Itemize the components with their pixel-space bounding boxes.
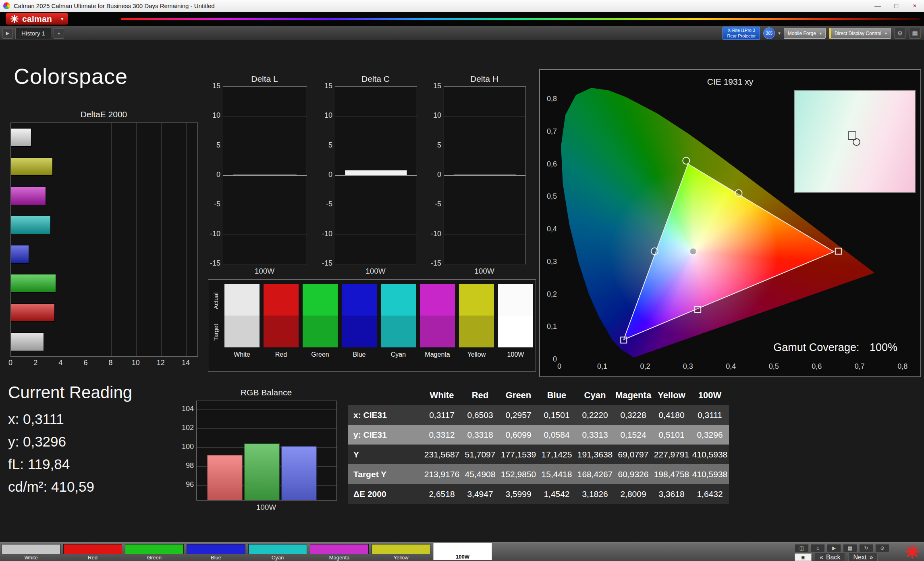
deltae-bar-yellow xyxy=(11,158,53,176)
report-button[interactable]: ▤ xyxy=(843,544,857,552)
current-reading-heading: Current Reading xyxy=(8,383,132,402)
table-cell: 2,6518 xyxy=(423,484,461,504)
table-row: y: CIE310,33120,33180,60990,05840,33130,… xyxy=(348,425,729,445)
axis-tick-label: -15 xyxy=(322,259,332,268)
gridline xyxy=(335,116,417,116)
tab-history-1[interactable]: History 1 xyxy=(15,28,51,39)
next-icon: » xyxy=(869,554,873,561)
swatch-actual-red xyxy=(264,284,299,316)
table-cell: 231,5687 xyxy=(423,445,461,464)
axis-tick-label: 5 xyxy=(437,141,441,150)
pattern-buttons: WhiteRedGreenBlueCyanMagentaYellow100W xyxy=(2,542,492,561)
table-row: Target Y213,917645,4908152,985015,441816… xyxy=(348,464,729,484)
next-button[interactable]: Next » xyxy=(848,553,878,561)
app-icon xyxy=(3,2,10,9)
pattern-button-red[interactable]: Red xyxy=(63,544,122,561)
gridline xyxy=(444,146,525,146)
logo-bar: calman ▾ xyxy=(0,12,924,26)
row-label: Y xyxy=(348,445,423,464)
green-swatch xyxy=(125,544,184,554)
table-cell: 410,5938 xyxy=(691,464,729,484)
source-selector-button[interactable]: Mobile Forge ▾ xyxy=(784,28,826,39)
axis-tick-label: 10 xyxy=(433,111,441,120)
pattern-button-yellow[interactable]: Yellow xyxy=(372,544,430,561)
settings-button[interactable]: ⚙ xyxy=(894,28,906,39)
minimize-button[interactable]: — xyxy=(868,0,887,12)
deltae-bar-100w xyxy=(11,128,31,147)
delta-l-x-label: 100W xyxy=(223,267,306,276)
pattern-button-100w[interactable]: 100W xyxy=(433,543,492,560)
license-badge[interactable]: 365 xyxy=(763,27,775,39)
swatch-column-blue: Blue xyxy=(342,284,377,362)
table-cell: 0,3111 xyxy=(691,405,729,425)
delta-h-chart-title: Delta H xyxy=(444,74,525,84)
refresh-button[interactable]: ↻ xyxy=(859,544,873,552)
table-cell: 177,1539 xyxy=(499,445,538,464)
display-control-button[interactable]: Direct Display Control ▾ xyxy=(829,28,891,39)
meter-selector-button[interactable]: X-Rite i1Pro 3 Rear Projector xyxy=(723,27,760,39)
axis-tick-label: 98 xyxy=(186,461,194,470)
logo-dropdown-icon[interactable]: ▾ xyxy=(57,16,63,22)
table-header-cell xyxy=(348,385,423,405)
layout-button[interactable]: ▤ xyxy=(909,28,921,39)
close-button[interactable]: × xyxy=(905,0,924,12)
maximize-button[interactable]: □ xyxy=(887,0,905,12)
play-button[interactable]: ▶ xyxy=(827,544,841,552)
cie-point-blue xyxy=(621,337,627,343)
add-tab-button[interactable]: + xyxy=(54,28,64,39)
table-cell: 191,3638 xyxy=(576,445,614,464)
swatch-target-yellow xyxy=(459,316,494,347)
gridline xyxy=(223,235,307,235)
row-label: x: CIE31 xyxy=(348,405,423,425)
cie-point-cyan xyxy=(651,248,658,255)
gridline xyxy=(444,116,525,116)
delta-h-y-axis: 151050-5-10-15 xyxy=(423,86,441,264)
row-label: y: CIE31 xyxy=(348,425,423,445)
calman-logo-button[interactable]: calman ▾ xyxy=(6,13,68,25)
swatch-label: White xyxy=(224,347,260,362)
axis-tick-label: 0,7 xyxy=(855,362,865,371)
power-button[interactable]: ⊙ xyxy=(875,544,889,552)
pattern-button-cyan[interactable]: Cyan xyxy=(248,544,307,561)
gridline xyxy=(61,123,61,356)
gridline xyxy=(444,205,525,205)
axis-tick-label: 8 xyxy=(109,359,113,367)
table-header-cell: Cyan xyxy=(576,385,614,405)
table-header-cell: Yellow xyxy=(652,385,691,405)
swatch-target-cyan xyxy=(381,316,416,347)
measure-asterisk-icon[interactable] xyxy=(905,544,920,559)
axis-tick-label: 0,4 xyxy=(547,225,557,233)
cie-y-axis: 00,10,20,30,40,50,60,70,8 xyxy=(542,86,557,359)
table-cell: 0,3312 xyxy=(423,425,461,445)
table-row: ΔE 20002,65183,49473,59991,45423,18262,8… xyxy=(348,484,729,504)
table-cell: 17,1425 xyxy=(538,445,576,464)
gridline xyxy=(223,146,307,146)
table-cell: 15,4418 xyxy=(538,464,576,484)
delta-l-y-axis: 151050-5-10-15 xyxy=(202,86,220,264)
tab-nav-arrow-button[interactable]: ▶ xyxy=(2,28,13,39)
reading-x: x: 0,3111 xyxy=(8,408,132,430)
reading-fl: fL: 119,84 xyxy=(8,453,132,476)
back-button[interactable]: « Back xyxy=(815,553,845,561)
pattern-window-button[interactable]: ▣ xyxy=(795,553,812,561)
pattern-button-magenta[interactable]: Magenta xyxy=(310,544,369,561)
pattern-label: 100W xyxy=(434,554,491,560)
swatch-target-100w xyxy=(498,316,533,347)
table-cell: 0,3318 xyxy=(461,425,499,445)
home-button[interactable]: ⌂ xyxy=(811,544,825,552)
table-cell: 0,1501 xyxy=(538,405,576,425)
source-label: Mobile Forge xyxy=(788,31,816,36)
tabbar-right-controls: X-Rite i1Pro 3 Rear Projector 365 ▾ Mobi… xyxy=(723,27,922,39)
pattern-button-blue[interactable]: Blue xyxy=(187,544,245,561)
table-cell: 168,4267 xyxy=(576,464,614,484)
table-header-cell: Red xyxy=(461,385,499,405)
table-header-cell: White xyxy=(423,385,461,405)
pattern-button-green[interactable]: Green xyxy=(125,544,184,561)
pattern-button-white[interactable]: White xyxy=(2,544,60,561)
100w-swatch xyxy=(434,544,491,553)
cyan-swatch xyxy=(248,544,307,554)
grid-button[interactable]: ◫ xyxy=(795,544,809,552)
table-cell: 0,5101 xyxy=(652,425,691,445)
meter-dropdown-icon[interactable]: ▾ xyxy=(778,31,781,36)
table-cell: 410,5938 xyxy=(691,445,729,464)
